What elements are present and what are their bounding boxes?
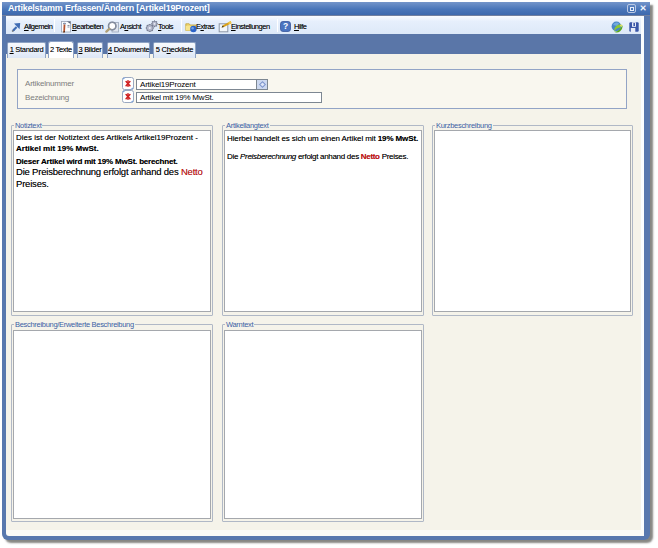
svg-text:?: ? xyxy=(283,21,288,31)
